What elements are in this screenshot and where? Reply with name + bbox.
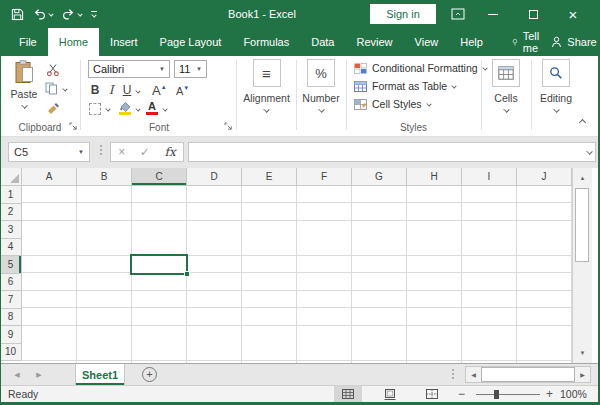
maximize-button[interactable] bbox=[518, 0, 548, 28]
column-header-g[interactable]: G bbox=[352, 168, 407, 186]
zoom-out-button[interactable]: − bbox=[458, 387, 465, 401]
tell-me-button[interactable]: Tell me bbox=[504, 28, 552, 56]
column-header-a[interactable]: A bbox=[22, 168, 77, 186]
scroll-up-icon[interactable]: ▲ bbox=[573, 170, 592, 186]
enter-entry-icon[interactable]: ✓ bbox=[140, 146, 150, 158]
conditional-formatting-button[interactable]: Conditional Formatting bbox=[354, 60, 487, 76]
share-button[interactable]: Share bbox=[551, 28, 600, 56]
italic-button[interactable]: I bbox=[104, 83, 118, 97]
tab-page-layout[interactable]: Page Layout bbox=[149, 28, 233, 56]
format-painter-button[interactable] bbox=[46, 100, 60, 116]
select-all-button[interactable] bbox=[0, 168, 22, 186]
zoom-slider-handle[interactable] bbox=[494, 390, 499, 399]
cancel-entry-icon[interactable]: × bbox=[118, 146, 125, 158]
cells-group-button[interactable]: Cells bbox=[481, 59, 531, 112]
scroll-right-icon[interactable]: ▶ bbox=[575, 367, 590, 382]
normal-view-button[interactable] bbox=[334, 386, 362, 402]
tab-insert[interactable]: Insert bbox=[99, 28, 149, 56]
sign-in-button[interactable]: Sign in bbox=[370, 4, 436, 24]
fill-handle[interactable] bbox=[184, 271, 190, 277]
horizontal-scroll-thumb[interactable] bbox=[481, 367, 575, 382]
underline-dropdown-icon[interactable] bbox=[135, 88, 140, 93]
page-layout-view-button[interactable] bbox=[376, 386, 404, 402]
row-header-7[interactable]: 7 bbox=[0, 291, 22, 309]
vertical-scrollbar[interactable]: ▲ ▼ bbox=[572, 168, 592, 363]
row-header-6[interactable]: 6 bbox=[0, 274, 22, 292]
undo-button[interactable] bbox=[33, 8, 53, 20]
tab-review[interactable]: Review bbox=[345, 28, 403, 56]
row-header-3[interactable]: 3 bbox=[0, 221, 22, 239]
row-header-10[interactable]: 10 bbox=[0, 344, 22, 362]
font-name-combo[interactable]: Calibri ▼ bbox=[88, 60, 170, 78]
name-box[interactable]: C5 ▼ bbox=[8, 142, 90, 162]
previous-sheet-icon[interactable]: ◀ bbox=[8, 364, 26, 386]
column-header-j[interactable]: J bbox=[517, 168, 572, 186]
font-dialog-launcher[interactable] bbox=[224, 121, 233, 130]
next-sheet-icon[interactable]: ▶ bbox=[30, 364, 48, 386]
sheet-tab-sheet1[interactable]: Sheet1 bbox=[75, 364, 125, 385]
insert-function-icon[interactable]: fx bbox=[164, 145, 175, 159]
column-header-c[interactable]: C bbox=[132, 168, 187, 186]
tab-formulas[interactable]: Formulas bbox=[232, 28, 300, 56]
grow-font-button[interactable]: A▲ bbox=[152, 83, 167, 98]
zoom-in-button[interactable]: + bbox=[546, 387, 553, 401]
row-header-2[interactable]: 2 bbox=[0, 204, 22, 222]
minimize-button[interactable] bbox=[478, 0, 508, 28]
zoom-slider-track[interactable] bbox=[476, 394, 540, 395]
tab-data[interactable]: Data bbox=[300, 28, 345, 56]
column-header-b[interactable]: B bbox=[77, 168, 132, 186]
row-header-1[interactable]: 1 bbox=[0, 186, 22, 204]
zoom-level[interactable]: 100% bbox=[560, 388, 587, 400]
clipboard-dialog-launcher[interactable] bbox=[69, 121, 78, 130]
alignment-group-button[interactable]: ≡ Alignment bbox=[237, 59, 296, 112]
formula-input[interactable] bbox=[188, 142, 596, 162]
paste-button[interactable]: Paste bbox=[6, 60, 42, 108]
customize-quick-access-button[interactable] bbox=[91, 11, 97, 17]
undo-dropdown-icon[interactable] bbox=[48, 11, 53, 16]
column-header-h[interactable]: H bbox=[407, 168, 462, 186]
column-header-d[interactable]: D bbox=[187, 168, 242, 186]
column-header-e[interactable]: E bbox=[242, 168, 297, 186]
tab-help[interactable]: Help bbox=[449, 28, 494, 56]
vertical-scroll-thumb[interactable] bbox=[575, 188, 589, 262]
fill-color-dropdown-icon[interactable] bbox=[135, 106, 140, 111]
underline-button[interactable]: U bbox=[120, 83, 134, 97]
new-sheet-button[interactable]: + bbox=[142, 367, 157, 382]
font-size-combo[interactable]: 11 ▼ bbox=[174, 60, 207, 78]
redo-button[interactable] bbox=[62, 8, 82, 20]
bold-button[interactable]: B bbox=[88, 83, 102, 97]
close-button[interactable]: × bbox=[558, 0, 588, 28]
name-box-dropdown-icon[interactable]: ▼ bbox=[78, 149, 84, 155]
row-header-4[interactable]: 4 bbox=[0, 239, 22, 257]
tab-home[interactable]: Home bbox=[48, 28, 99, 56]
row-header-8[interactable]: 8 bbox=[0, 309, 22, 327]
borders-button[interactable] bbox=[89, 103, 101, 115]
tab-file[interactable]: File bbox=[8, 28, 48, 56]
tab-view[interactable]: View bbox=[404, 28, 450, 56]
shrink-font-button[interactable]: A▼ bbox=[176, 85, 189, 97]
ribbon-display-options-button[interactable] bbox=[443, 0, 473, 28]
copy-dropdown-icon[interactable] bbox=[62, 86, 67, 91]
horizontal-scrollbar[interactable]: ◀ ▶ bbox=[465, 366, 591, 383]
font-color-dropdown-icon[interactable] bbox=[162, 106, 167, 111]
cut-button[interactable] bbox=[46, 63, 60, 79]
scroll-down-icon[interactable]: ▼ bbox=[573, 345, 592, 361]
tab-strip-resizer[interactable] bbox=[452, 369, 454, 379]
worksheet-cells[interactable] bbox=[22, 186, 572, 363]
save-button[interactable] bbox=[11, 8, 24, 21]
active-cell[interactable] bbox=[130, 254, 188, 275]
copy-button[interactable] bbox=[45, 82, 58, 97]
format-as-table-button[interactable]: Format as Table bbox=[354, 78, 456, 94]
cell-styles-button[interactable]: Cell Styles bbox=[354, 96, 431, 112]
redo-dropdown-icon[interactable] bbox=[77, 11, 82, 16]
number-group-button[interactable]: % Number bbox=[296, 59, 346, 112]
formula-bar-resizer[interactable] bbox=[100, 145, 102, 155]
borders-dropdown-icon[interactable] bbox=[105, 106, 110, 111]
scroll-left-icon[interactable]: ◀ bbox=[466, 367, 481, 382]
editing-group-button[interactable]: Editing bbox=[531, 59, 581, 112]
row-header-5[interactable]: 5 bbox=[0, 256, 22, 274]
column-header-i[interactable]: I bbox=[462, 168, 517, 186]
page-break-preview-button[interactable] bbox=[418, 386, 446, 402]
font-color-button[interactable]: A bbox=[148, 100, 156, 112]
row-header-9[interactable]: 9 bbox=[0, 326, 22, 344]
